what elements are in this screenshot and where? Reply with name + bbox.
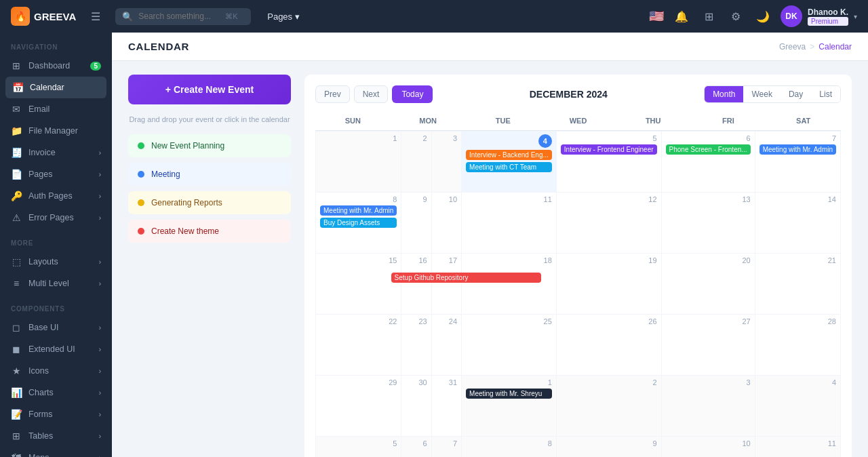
flag-icon[interactable]: 🇺🇸	[649, 9, 664, 24]
table-row[interactable]: 12	[557, 193, 662, 254]
table-row[interactable]: 1	[316, 132, 401, 193]
table-row[interactable]: 22	[316, 315, 401, 376]
table-row[interactable]: 8	[462, 437, 557, 457]
sidebar-item-tables[interactable]: ⊞ Tables ›	[0, 425, 112, 447]
table-row[interactable]: 7	[432, 437, 462, 457]
search-input[interactable]	[138, 12, 220, 21]
main-layout: NAVIGATION ⊞ Dashboard 5 📅 Calendar ✉ Em…	[0, 33, 868, 457]
table-row[interactable]: 10	[432, 193, 462, 254]
table-row[interactable]: 6 Phone Screen - Fronten...	[662, 132, 755, 193]
event-item-reports[interactable]: Generating Reports	[128, 191, 291, 214]
sidebar-item-layouts[interactable]: ⬚ Layouts ›	[0, 251, 112, 273]
table-row[interactable]: 11	[755, 437, 841, 457]
table-row[interactable]: 21	[755, 254, 841, 315]
table-row[interactable]: 9	[401, 193, 431, 254]
table-row[interactable]: 15	[316, 254, 401, 315]
sidebar-item-calendar[interactable]: 📅 Calendar	[5, 77, 106, 98]
table-row[interactable]: 18	[462, 254, 557, 315]
table-row[interactable]: 6	[401, 437, 431, 457]
list-item[interactable]: Meeting with Mr. Admin	[760, 144, 836, 155]
next-button[interactable]: Next	[354, 85, 389, 103]
sidebar-item-email[interactable]: ✉ Email	[0, 98, 112, 120]
sidebar-item-icons[interactable]: ★ Icons ›	[0, 360, 112, 382]
table-row[interactable]: 31	[432, 376, 462, 437]
tables-icon: ⊞	[11, 431, 22, 441]
sidebar-item-extended-ui[interactable]: ◼ Extended UI ›	[0, 338, 112, 360]
view-list-button[interactable]: List	[811, 86, 840, 102]
sidebar-item-dashboard[interactable]: ⊞ Dashboard 5	[0, 55, 112, 77]
table-row[interactable]: 23	[401, 315, 431, 376]
table-row[interactable]: 1 Meeting with Mr. Shreyu	[462, 376, 557, 437]
table-row[interactable]: 10	[662, 437, 755, 457]
grid-icon[interactable]: ⊞	[699, 7, 718, 26]
cell-num: 19	[648, 256, 656, 264]
table-row[interactable]: 26	[557, 315, 662, 376]
table-row[interactable]: 16	[401, 254, 431, 315]
table-row[interactable]: 9	[557, 437, 662, 457]
table-row[interactable]: 28	[755, 315, 841, 376]
create-event-button[interactable]: + Create New Event	[128, 75, 291, 104]
sidebar-item-charts[interactable]: 📊 Charts ›	[0, 382, 112, 403]
table-row[interactable]: 5 Interview - Frontend Engineer	[557, 132, 662, 193]
view-week-button[interactable]: Week	[743, 86, 780, 102]
sidebar-item-error-pages[interactable]: ⚠ Error Pages ›	[0, 207, 112, 228]
table-row[interactable]: 8 Meeting with Mr. Admin Buy Design Asse…	[316, 193, 401, 254]
sidebar-item-base-ui[interactable]: ◻ Base UI ›	[0, 317, 112, 338]
table-row[interactable]: 24	[432, 315, 462, 376]
logo[interactable]: 🔥 GREEVA	[11, 7, 76, 26]
auth-arrow-icon: ›	[99, 193, 101, 200]
sidebar-item-auth-pages[interactable]: 🔑 Auth Pages ›	[0, 185, 112, 207]
list-item[interactable]: Meeting with Mr. Shreyu	[466, 389, 552, 399]
pages-button[interactable]: Pages ▾	[262, 9, 305, 24]
table-row[interactable]: 3	[432, 132, 462, 193]
day-label-wed: Wed	[540, 111, 616, 130]
spanning-event-github[interactable]: Setup Github Repository	[391, 273, 541, 283]
tables-arrow-icon: ›	[99, 433, 101, 440]
dot-blue-icon	[138, 171, 144, 178]
prev-button[interactable]: Prev	[315, 85, 350, 103]
sidebar-item-invoice[interactable]: 🧾 Invoice ›	[0, 142, 112, 163]
event-item-theme[interactable]: Create New theme	[128, 220, 291, 243]
theme-icon[interactable]: 🌙	[753, 7, 772, 26]
table-row[interactable]: 5	[316, 437, 401, 457]
today-button[interactable]: Today	[392, 85, 433, 103]
user-text: Dhanoo K. Premium	[808, 7, 848, 26]
list-item[interactable]: Meeting with CT Team	[466, 162, 552, 172]
table-row[interactable]: 27	[662, 315, 755, 376]
list-item[interactable]: Interview - Frontend Engineer	[561, 144, 657, 155]
menu-button[interactable]: ☰	[87, 7, 104, 26]
table-row[interactable]: 2	[557, 376, 662, 437]
table-row[interactable]: 7 Meeting with Mr. Admin	[755, 132, 841, 193]
table-row[interactable]: 29	[316, 376, 401, 437]
breadcrumb-home[interactable]: Greeva	[779, 42, 806, 52]
list-item[interactable]: Buy Design Assets	[320, 218, 397, 228]
list-item[interactable]: Interview - Backend Eng...	[466, 150, 552, 160]
view-month-button[interactable]: Month	[705, 86, 743, 102]
view-day-button[interactable]: Day	[781, 86, 811, 102]
bell-icon[interactable]: 🔔	[672, 7, 691, 26]
table-row[interactable]: 20	[662, 254, 755, 315]
list-item[interactable]: Meeting with Mr. Admin	[320, 205, 397, 216]
sidebar-item-maps[interactable]: 🗺 Maps ›	[0, 447, 112, 457]
list-item[interactable]: Phone Screen - Fronten...	[666, 144, 751, 155]
user-info[interactable]: DK Dhanoo K. Premium ▾	[781, 5, 857, 27]
event-item-meeting[interactable]: Meeting	[128, 163, 291, 186]
sidebar-item-pages[interactable]: 📄 Pages ›	[0, 163, 112, 185]
table-row[interactable]: 17	[432, 254, 462, 315]
sidebar-item-file-manager[interactable]: 📁 File Manager	[0, 120, 112, 142]
table-row[interactable]: 19	[557, 254, 662, 315]
event-item-planning[interactable]: New Event Planning	[128, 134, 291, 157]
table-row[interactable]: 4	[755, 376, 841, 437]
table-row[interactable]: 14	[755, 193, 841, 254]
table-row[interactable]: 11	[462, 193, 557, 254]
sidebar-item-forms[interactable]: 📝 Forms ›	[0, 403, 112, 425]
table-row[interactable]: 30	[401, 376, 431, 437]
table-row[interactable]: 3	[662, 376, 755, 437]
table-row[interactable]: 2	[401, 132, 431, 193]
sidebar-item-multi-level[interactable]: ≡ Multi Level ›	[0, 273, 112, 294]
table-row[interactable]: 13	[662, 193, 755, 254]
search-bar[interactable]: 🔍 ⌘K	[115, 8, 251, 25]
table-row[interactable]: 4 Interview - Backend Eng... Meeting wit…	[462, 132, 557, 193]
settings-icon[interactable]: ⚙	[726, 7, 745, 26]
table-row[interactable]: 25	[462, 315, 557, 376]
